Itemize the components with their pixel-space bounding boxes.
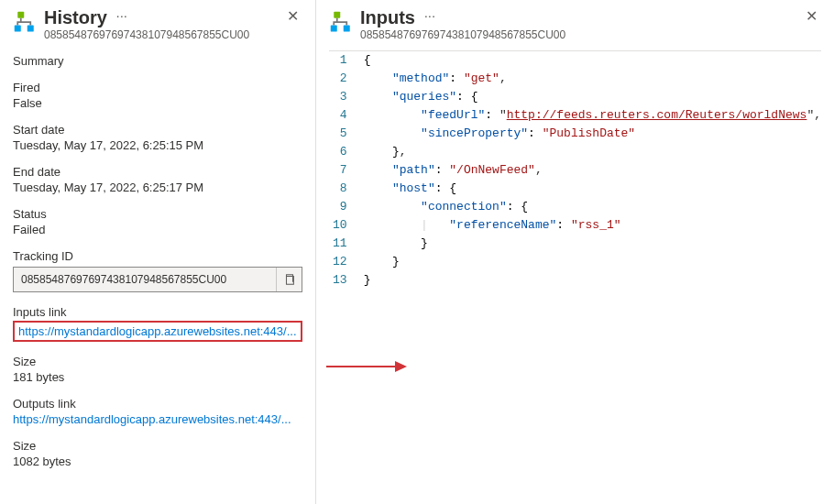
- fired-label: Fired: [13, 81, 302, 94]
- inputs-title: Inputs: [360, 7, 415, 28]
- close-inputs-button[interactable]: ✕: [802, 7, 821, 26]
- end-date-value: Tuesday, May 17, 2022, 6:25:17 PM: [13, 181, 302, 194]
- svg-rect-2: [27, 26, 34, 32]
- svg-rect-1: [15, 26, 21, 32]
- status-label: Status: [13, 207, 302, 221]
- start-date-label: Start date: [13, 123, 302, 137]
- history-more-button[interactable]: ···: [116, 7, 128, 23]
- end-date-label: End date: [13, 165, 302, 179]
- json-viewer[interactable]: 12345678910111213 { "method": "get", "qu…: [329, 50, 821, 491]
- code-body[interactable]: { "method": "get", "queries": { "feedUrl…: [358, 51, 821, 491]
- inputs-link[interactable]: https://mystandardlogicapp.azurewebsites…: [18, 324, 297, 338]
- tracking-id-input[interactable]: [14, 273, 276, 286]
- inputs-link-highlight: https://mystandardlogicapp.azurewebsites…: [13, 321, 302, 342]
- line-gutter: 12345678910111213: [329, 51, 358, 491]
- close-history-button[interactable]: ✕: [283, 7, 302, 26]
- outputs-size-label: Size: [13, 439, 302, 453]
- tracking-id-field: [13, 267, 302, 292]
- copy-tracking-id-button[interactable]: [276, 268, 302, 291]
- inputs-panel: Inputs ··· 08585487697697438107948567855…: [316, 0, 834, 504]
- inputs-subtitle: 08585487697697438107948567855CU00: [360, 28, 802, 41]
- inputs-more-button[interactable]: ···: [424, 7, 436, 23]
- summary-heading: Summary: [13, 54, 302, 68]
- tracking-id-label: Tracking ID: [13, 249, 302, 263]
- fired-value: False: [13, 96, 302, 110]
- svg-rect-0: [17, 12, 24, 18]
- status-value: Failed: [13, 223, 302, 236]
- svg-rect-8: [344, 26, 350, 32]
- inputs-link-label: Inputs link: [13, 305, 302, 319]
- outputs-link[interactable]: https://mystandardlogicapp.azurewebsites…: [13, 412, 302, 426]
- logic-app-icon: [13, 9, 38, 35]
- svg-rect-6: [334, 12, 340, 18]
- outputs-size-value: 1082 bytes: [13, 455, 302, 468]
- outputs-link-label: Outputs link: [13, 397, 302, 411]
- inputs-size-value: 181 bytes: [13, 370, 302, 384]
- history-panel: History ··· 0858548769769743810794856785…: [0, 0, 316, 504]
- logic-app-icon: [329, 9, 355, 35]
- history-subtitle: 08585487697697438107948567855CU00: [44, 28, 283, 41]
- inputs-size-label: Size: [13, 355, 302, 368]
- svg-rect-7: [331, 26, 337, 32]
- copy-icon: [283, 273, 296, 286]
- history-title: History: [44, 7, 107, 28]
- start-date-value: Tuesday, May 17, 2022, 6:25:15 PM: [13, 138, 302, 152]
